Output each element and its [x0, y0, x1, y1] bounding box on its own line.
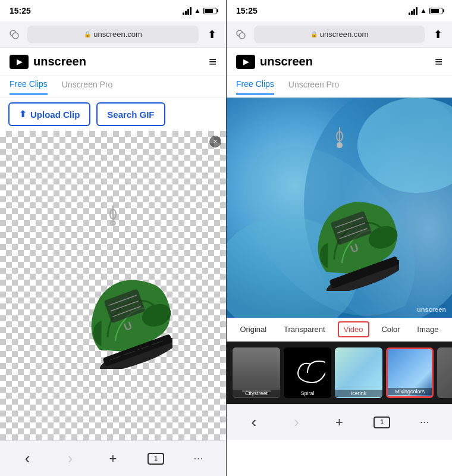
right-phone: 15:25 ▲ 🔒 unscreen.com ⬆: [226, 0, 452, 476]
search-gif-button[interactable]: Search GIF: [96, 102, 165, 126]
battery-icon-right: [429, 8, 442, 14]
thumb-citystreet[interactable]: Citystreet: [233, 347, 280, 398]
signal-icon: [183, 7, 192, 15]
app-header-right: unscreen ≡: [227, 48, 452, 76]
nav-tabs-right: Free Clips Unscreen Pro: [227, 76, 452, 98]
content-area-right: U unscreen: [227, 98, 452, 318]
battery-icon: [203, 8, 216, 14]
status-bar-left: 15:25 ▲: [0, 0, 226, 21]
forward-button-left[interactable]: ›: [57, 446, 83, 472]
back-button-left[interactable]: ‹: [14, 446, 40, 472]
thumb-label-spiral: Spiral: [284, 390, 331, 397]
video-tabs-bar: Original Transparent Video Color Image: [227, 318, 452, 342]
url-bar-left[interactable]: 🔒 unscreen.com: [27, 26, 199, 43]
tab-switcher-left[interactable]: 1: [143, 446, 169, 472]
back-button-right[interactable]: ‹: [241, 409, 267, 436]
status-bar-right: 15:25 ▲: [227, 0, 452, 21]
forward-button-right[interactable]: ›: [284, 409, 310, 436]
tab-free-clips-left[interactable]: Free Clips: [10, 79, 48, 95]
bottom-nav-left: ‹ › + 1 ···: [0, 440, 226, 476]
nav-tabs-left: Free Clips Unscreen Pro: [0, 76, 226, 98]
browser-icon-tabs-right[interactable]: [233, 26, 249, 43]
more-button-right[interactable]: ···: [412, 409, 438, 436]
url-bar-right[interactable]: 🔒 unscreen.com: [254, 26, 425, 43]
shoe-with-bg: U: [227, 98, 452, 318]
action-buttons-left: ⬆ Upload Clip Search GIF: [0, 98, 226, 131]
hamburger-menu-left[interactable]: ≡: [209, 55, 216, 68]
new-tab-button-right[interactable]: +: [326, 409, 352, 436]
share-button-left[interactable]: ⬆: [203, 26, 220, 43]
tab-count-left: 1: [147, 453, 164, 465]
thumb-partial[interactable]: [437, 347, 452, 398]
lock-icon: 🔒: [84, 31, 91, 37]
share-button-right[interactable]: ⬆: [429, 26, 446, 43]
svg-point-1: [12, 33, 18, 39]
logo-icon-right: [236, 55, 255, 69]
status-time-left: 15:25: [10, 6, 31, 15]
logo-left: unscreen: [10, 55, 86, 69]
logo-text-left: unscreen: [33, 55, 86, 68]
thumbnail-strip: Citystreet Spiral Icerink Mixingcolors: [227, 342, 452, 404]
url-text-left: unscreen.com: [93, 30, 142, 39]
close-button[interactable]: ×: [209, 136, 221, 148]
svg-point-18: [239, 33, 245, 39]
vtab-original[interactable]: Original: [235, 322, 271, 336]
logo-icon-left: [10, 55, 29, 69]
search-gif-label: Search GIF: [107, 109, 154, 120]
wifi-icon: ▲: [194, 7, 201, 15]
status-icons-right: ▲: [409, 7, 442, 15]
svg-point-4: [110, 220, 116, 226]
lock-icon-right: 🔒: [310, 31, 318, 37]
bottom-nav-right: ‹ › + 1 ···: [227, 404, 452, 440]
vtab-image[interactable]: Image: [412, 322, 443, 336]
thumb-spiral[interactable]: Spiral: [284, 347, 331, 398]
hamburger-menu-right[interactable]: ≡: [435, 55, 442, 68]
shoe-svg-right: U: [280, 124, 399, 291]
spiral-svg: [290, 355, 325, 391]
watermark: unscreen: [417, 306, 446, 313]
tab-unscreen-pro-left[interactable]: Unscreen Pro: [62, 80, 113, 94]
tab-switcher-right[interactable]: 1: [369, 409, 395, 436]
shoe-preview: U: [0, 131, 226, 440]
browser-bar-right: 🔒 unscreen.com ⬆: [227, 21, 452, 48]
left-phone: 15:25 ▲ 🔒 unscreen.com ⬆: [0, 0, 226, 476]
more-button-left[interactable]: ···: [186, 446, 212, 472]
tab-unscreen-pro-right[interactable]: Unscreen Pro: [288, 80, 340, 94]
thumb-mixingcolors[interactable]: Mixingcolors: [386, 347, 434, 398]
browser-icon-tabs[interactable]: [6, 26, 23, 43]
svg-point-25: [337, 142, 343, 148]
thumb-label-mixingcolors: Mixingcolors: [388, 388, 432, 395]
thumb-label-icerink: Icerink: [335, 390, 382, 397]
tab-count-right: 1: [373, 416, 390, 428]
background-image: U unscreen: [227, 98, 452, 318]
vtab-video[interactable]: Video: [338, 321, 369, 337]
upload-label: Upload Clip: [30, 109, 80, 120]
thumb-icerink[interactable]: Icerink: [335, 347, 382, 398]
status-time-right: 15:25: [236, 6, 258, 15]
app-header-left: unscreen ≡: [0, 48, 226, 76]
thumb-label-citystreet: Citystreet: [233, 390, 280, 397]
upload-clip-button[interactable]: ⬆ Upload Clip: [8, 102, 90, 126]
vtab-transparent[interactable]: Transparent: [279, 322, 330, 336]
signal-icon-right: [409, 7, 418, 15]
tab-free-clips-right[interactable]: Free Clips: [236, 79, 274, 95]
new-tab-button-left[interactable]: +: [100, 446, 126, 472]
shoe-svg: U: [54, 202, 172, 369]
status-icons-left: ▲: [183, 7, 216, 15]
url-text-right: unscreen.com: [320, 30, 369, 39]
browser-bar-left: 🔒 unscreen.com ⬆: [0, 21, 226, 48]
vtab-color[interactable]: Color: [376, 322, 404, 336]
upload-icon: ⬆: [19, 109, 27, 120]
wifi-icon-right: ▲: [420, 7, 427, 15]
logo-right: unscreen: [236, 55, 313, 69]
logo-text-right: unscreen: [260, 55, 313, 68]
content-area-left: ×: [0, 131, 226, 440]
